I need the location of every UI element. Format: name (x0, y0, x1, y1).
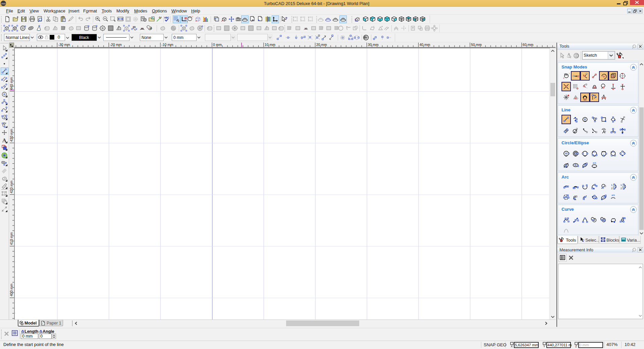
svg-text:Y: Y (192, 16, 193, 18)
svg-text:X: X (511, 345, 513, 348)
svg-text:Z: Z (575, 345, 577, 348)
svg-text:x: x (563, 77, 565, 79)
svg-text:3D: 3D (133, 26, 136, 28)
svg-text:a:b: a:b (593, 162, 596, 164)
svg-text:2: 2 (613, 186, 614, 188)
svg-text:3: 3 (611, 187, 612, 190)
svg-text:Y: Y (569, 72, 570, 75)
svg-text:1: 1 (611, 184, 612, 186)
svg-text:?: ? (285, 16, 287, 20)
svg-text:3D: 3D (149, 27, 152, 30)
svg-text:x: x (187, 20, 188, 22)
svg-text:1: 1 (42, 322, 44, 325)
svg-text:3D: 3D (141, 28, 144, 30)
svg-text:1: 1 (621, 184, 622, 186)
svg-text:ABC: ABC (164, 16, 169, 19)
svg-text:a:b: a:b (611, 194, 615, 196)
svg-text:3D: 3D (305, 28, 308, 30)
svg-text:2: 2 (178, 19, 179, 22)
svg-text:3: 3 (622, 186, 624, 188)
svg-text:Y: Y (543, 345, 545, 348)
svg-text:2: 2 (621, 187, 622, 190)
